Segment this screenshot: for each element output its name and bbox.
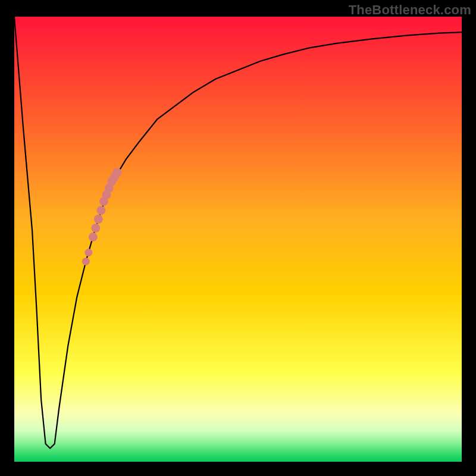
chart-frame: TheBottleneck.com — [0, 0, 476, 476]
highlight-dot — [96, 206, 105, 215]
watermark-label: TheBottleneck.com — [349, 2, 471, 18]
highlight-dot — [112, 168, 121, 177]
highlight-dot — [84, 249, 92, 256]
highlight-dots — [82, 168, 122, 265]
curve-layer — [14, 17, 462, 462]
bottleneck-curve — [14, 17, 462, 449]
highlight-dot — [89, 233, 98, 242]
highlight-dot — [82, 258, 90, 265]
plot-area — [14, 17, 462, 462]
highlight-dot — [94, 215, 103, 224]
highlight-dot — [91, 224, 100, 233]
